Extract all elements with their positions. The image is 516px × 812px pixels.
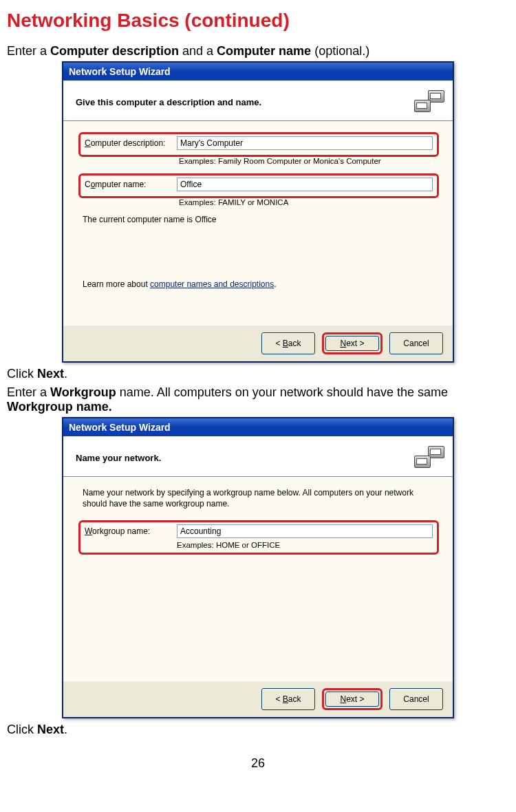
wizard-computer-name: Network Setup Wizard Give this computer … — [62, 61, 454, 363]
wizard-footer: < Back< Back Next >Next > Cancel — [63, 325, 453, 361]
instr1-pre: Enter a — [7, 44, 50, 58]
titlebar-2: Network Setup Wizard — [63, 418, 453, 436]
highlight-name-row: Computer name:Computer name: — [78, 173, 439, 198]
network-computers-icon — [414, 446, 444, 469]
back-button-2[interactable]: < Back< Back — [261, 688, 315, 710]
workgroup-label: Workgroup name:Workgroup name: — [85, 526, 177, 536]
next-bold-2: Next — [37, 723, 64, 736]
instr1-b1: Computer description — [50, 44, 179, 58]
workgroup-name-field[interactable] — [177, 524, 433, 538]
desc-label: CComputer description:omputer descriptio… — [85, 138, 177, 148]
highlight-desc-row: CComputer description:omputer descriptio… — [78, 132, 439, 157]
click-text-2: Click — [7, 723, 37, 736]
instr2-mid: name. All computers on your network shou… — [116, 385, 448, 399]
current-name-note: The current computer name is Office — [83, 215, 439, 224]
learn-more: Learn more about computer names and desc… — [83, 279, 439, 289]
next-bold: Next — [37, 367, 64, 381]
instr2-pre: Enter a — [7, 385, 50, 399]
network-computers-icon — [414, 90, 444, 114]
page-number: 26 — [7, 756, 509, 771]
back-button[interactable]: < Back< Back — [261, 332, 315, 354]
titlebar: Network Setup Wizard — [63, 63, 453, 81]
computer-description-field[interactable] — [177, 136, 433, 150]
highlight-workgroup-row: Workgroup name:Workgroup name: Examples:… — [78, 520, 439, 555]
workgroup-intro: Name your network by specifying a workgr… — [83, 488, 439, 509]
cancel-button[interactable]: Cancel — [389, 332, 443, 354]
click-next-2: Click Next. — [7, 723, 509, 737]
wizard-body: CComputer description:omputer descriptio… — [63, 121, 453, 325]
highlight-next: Next >Next > — [322, 332, 383, 354]
computer-name-field[interactable] — [177, 178, 433, 191]
name-hint: Examples: FAMILY or MONICA — [179, 198, 439, 206]
instr1-b2: Computer name — [217, 44, 311, 58]
period2: . — [64, 723, 67, 736]
wizard-heading: Give this computer a description and nam… — [76, 97, 261, 107]
name-label: Computer name:Computer name: — [85, 180, 177, 189]
wizard-body-2: Name your network by specifying a workgr… — [63, 477, 453, 681]
period1: . — [64, 367, 67, 381]
page-title: Networking Basics (continued) — [7, 10, 509, 32]
workgroup-hint: Examples: HOME or OFFICE — [177, 541, 433, 549]
next-button[interactable]: Next >Next > — [325, 336, 379, 351]
learn-pre: Learn more about — [83, 279, 150, 289]
next-button-2[interactable]: Next >Next > — [325, 692, 379, 707]
cancel-button-2[interactable]: Cancel — [389, 688, 443, 710]
highlight-next-2: Next >Next > — [322, 688, 383, 710]
wizard-workgroup: Network Setup Wizard Name your network. … — [62, 417, 454, 718]
click-text: Click — [7, 367, 37, 381]
instruction-1: Enter a Computer description and a Compu… — [7, 44, 509, 58]
instr2-b2: Workgroup name. — [7, 400, 112, 414]
instruction-2: Enter a Workgroup name. All computers on… — [7, 385, 509, 414]
desc-hint: Examples: Family Room Computer or Monica… — [179, 157, 439, 165]
wizard-footer-2: < Back< Back Next >Next > Cancel — [63, 681, 453, 717]
wizard-header: Give this computer a description and nam… — [63, 81, 453, 121]
learn-period: . — [274, 279, 276, 289]
instr1-post: (optional.) — [311, 44, 369, 58]
instr1-mid: and a — [179, 44, 217, 58]
learn-link[interactable]: computer names and descriptions — [150, 279, 274, 289]
wizard-heading-2: Name your network. — [76, 453, 161, 463]
instr2-b1: Workgroup — [50, 385, 116, 399]
wizard-header-2: Name your network. — [63, 436, 453, 477]
click-next-1: Click Next. — [7, 367, 509, 381]
